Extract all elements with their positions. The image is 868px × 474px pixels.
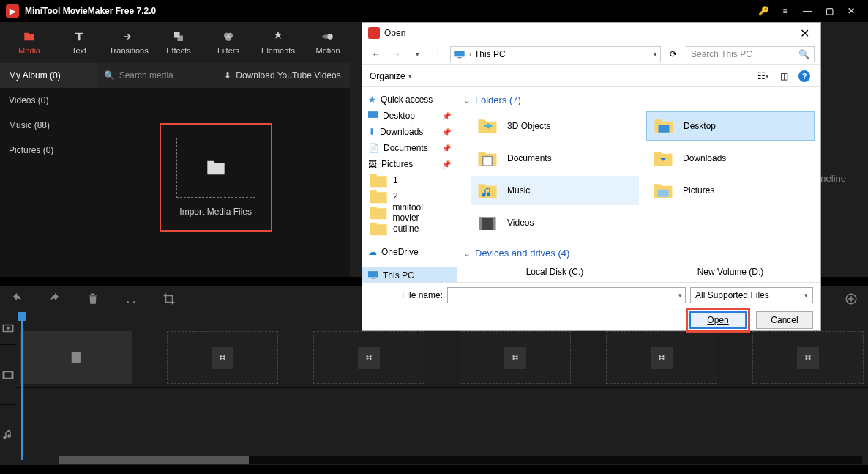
dialog-titlebar: Open ✕ <box>362 23 820 43</box>
crop-button[interactable] <box>160 289 179 308</box>
upgrade-key-icon[interactable]: 🔑 <box>752 0 774 22</box>
undo-button[interactable] <box>7 289 26 308</box>
dialog-organize-bar: Organize ▾ ☷ ▾ ◫ ? <box>362 65 820 87</box>
preview-pane-button[interactable]: ◫ <box>775 68 793 84</box>
timeline-scrollbar[interactable] <box>59 456 862 464</box>
tab-effects[interactable]: Effects <box>154 22 203 63</box>
audio-track[interactable] <box>16 387 868 447</box>
redo-button[interactable] <box>45 289 64 308</box>
tree-documents[interactable]: 📄Documents📌 <box>362 140 457 156</box>
nav-up-button[interactable]: ↑ <box>430 46 446 62</box>
search-media-input[interactable]: 🔍 Search media <box>97 63 216 88</box>
section-devices[interactable]: Devices and drives (4) <box>463 245 815 262</box>
nav-back-button[interactable]: ← <box>368 46 384 62</box>
import-media-box[interactable]: Import Media Files <box>160 123 272 232</box>
dialog-logo-icon <box>368 27 380 39</box>
drive-new-volume-d[interactable]: New Volume (D:) <box>646 264 815 279</box>
app-title: MiniTool MovieMaker Free 7.2.0 <box>25 6 156 16</box>
search-icon: 🔍 <box>798 49 809 59</box>
import-drop-zone <box>176 138 255 198</box>
nav-recent-button[interactable]: ▾ <box>409 46 425 62</box>
cut-button[interactable] <box>121 289 141 308</box>
timeline <box>0 312 868 465</box>
sidebar-item-music[interactable]: Music (88) <box>0 113 97 138</box>
sidebar-item-album[interactable]: My Album (0) <box>0 63 97 88</box>
clip-slot[interactable] <box>167 331 278 384</box>
audio-track-icon[interactable] <box>0 404 16 464</box>
tab-elements[interactable]: Elements <box>253 22 303 63</box>
svg-rect-18 <box>659 125 670 133</box>
dialog-tree[interactable]: ★Quick access Desktop📌 ⬇Downloads📌 📄Docu… <box>362 87 457 282</box>
view-options-button[interactable]: ☷ ▾ <box>755 68 772 84</box>
sidebar-item-pictures[interactable]: Pictures (0) <box>0 138 97 163</box>
tree-folder-outline[interactable]: outline <box>362 221 457 237</box>
media-sidebar: My Album (0) Videos (0) Music (88) Pictu… <box>0 63 97 277</box>
clip-slot[interactable] <box>606 331 717 384</box>
help-button[interactable]: ? <box>798 70 810 82</box>
dialog-title: Open <box>384 28 405 38</box>
app-titlebar: ▶ MiniTool MovieMaker Free 7.2.0 🔑 ≡ — ▢… <box>0 0 868 22</box>
tree-onedrive[interactable]: ☁OneDrive <box>362 244 457 260</box>
menu-icon[interactable]: ≡ <box>774 0 796 22</box>
tab-filters[interactable]: Filters <box>203 22 253 63</box>
folder-music[interactable]: Music <box>471 176 639 205</box>
dialog-close-button[interactable]: ✕ <box>794 23 815 43</box>
folder-videos[interactable]: Videos <box>471 208 639 237</box>
track-add-button[interactable] <box>0 312 16 344</box>
refresh-button[interactable]: ⟳ <box>665 46 681 62</box>
tab-transitions[interactable]: Transitions <box>104 22 154 63</box>
folder-downloads[interactable]: Downloads <box>646 144 815 173</box>
organize-button[interactable]: Organize ▾ <box>370 71 412 81</box>
tree-downloads[interactable]: ⬇Downloads📌 <box>362 124 457 140</box>
clip-slot[interactable] <box>460 331 571 384</box>
download-icon: ⬇ <box>224 70 231 81</box>
playhead[interactable] <box>18 312 26 321</box>
video-track[interactable] <box>16 327 868 387</box>
svg-rect-15 <box>368 111 378 118</box>
open-button[interactable]: Open <box>689 311 747 329</box>
add-track-button[interactable] <box>842 289 861 308</box>
folder-icon <box>23 30 36 43</box>
file-type-select[interactable]: All Supported Files▾ <box>690 287 813 303</box>
close-button[interactable]: ✕ <box>840 0 862 22</box>
tab-media[interactable]: Media <box>4 22 54 63</box>
timeline-hint-text: ineline <box>818 173 846 184</box>
addr-chevron-down-icon[interactable]: ▾ <box>654 51 657 58</box>
svg-rect-14 <box>457 57 461 58</box>
motion-icon <box>321 30 334 43</box>
tab-motion[interactable]: Motion <box>303 22 353 63</box>
timeline-tracks[interactable] <box>16 312 868 465</box>
tree-desktop[interactable]: Desktop📌 <box>362 108 457 124</box>
tree-pictures[interactable]: 🖼Pictures📌 <box>362 156 457 172</box>
open-button-highlight: Open <box>686 308 750 333</box>
file-name-input[interactable]: ▾ <box>447 287 686 303</box>
tree-this-pc[interactable]: This PC <box>362 267 457 282</box>
cancel-button[interactable]: Cancel <box>756 311 813 329</box>
video-track-icon[interactable] <box>0 344 16 404</box>
section-folders[interactable]: Folders (7) <box>463 92 815 108</box>
thispc-icon <box>454 49 465 59</box>
clip-slot[interactable] <box>752 331 864 384</box>
folder-desktop[interactable]: Desktop <box>646 111 815 141</box>
download-youtube-button[interactable]: ⬇ Download YouTube Videos <box>215 63 349 88</box>
folder-3d-objects[interactable]: 3D Objects <box>471 111 639 141</box>
address-bar[interactable]: › This PC ▾ <box>450 46 661 62</box>
clip-slot[interactable] <box>313 331 424 384</box>
tree-quick-access[interactable]: ★Quick access <box>362 92 457 108</box>
delete-button[interactable] <box>83 289 102 308</box>
maximize-button[interactable]: ▢ <box>818 0 840 22</box>
nav-forward-button[interactable]: → <box>389 46 405 62</box>
clip-slot[interactable] <box>20 331 132 384</box>
tab-text[interactable]: Text <box>54 22 104 63</box>
sidebar-item-videos[interactable]: Videos (0) <box>0 88 97 113</box>
scrollbar-thumb[interactable] <box>59 456 249 464</box>
dialog-content[interactable]: Folders (7) 3D Objects Desktop Documents… <box>457 87 820 282</box>
folder-pictures[interactable]: Pictures <box>646 176 815 205</box>
minimize-button[interactable]: — <box>796 0 818 22</box>
tree-folder-1[interactable]: 1 <box>362 172 457 188</box>
tree-folder-minitool[interactable]: minitool movier <box>362 204 457 221</box>
svg-rect-11 <box>3 371 4 378</box>
drive-local-c[interactable]: Local Disk (C:) <box>471 264 639 279</box>
folder-documents[interactable]: Documents <box>471 144 639 173</box>
dialog-search-input[interactable]: Search This PC 🔍 <box>686 46 815 62</box>
